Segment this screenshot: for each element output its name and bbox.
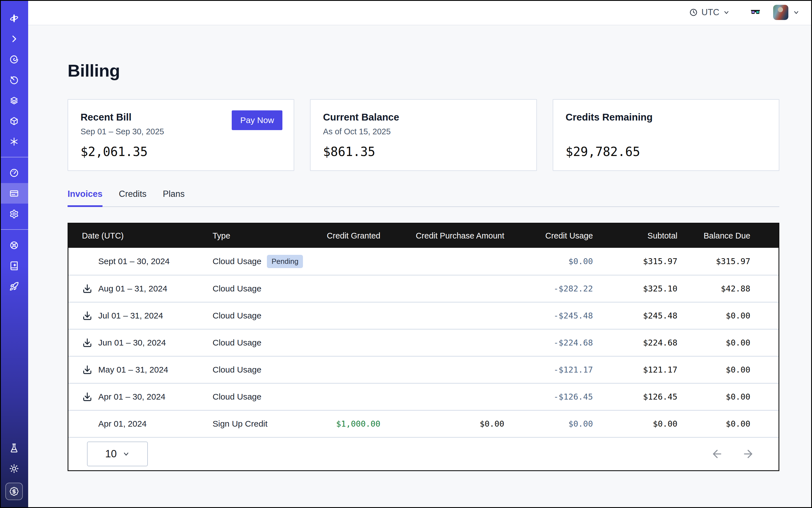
previous-page-button[interactable] — [711, 448, 723, 460]
card-subtitle — [566, 127, 766, 136]
download-invoice-button[interactable] — [82, 391, 93, 402]
subtotal-value: $325.10 — [596, 284, 681, 293]
table-row: May 01 – 31, 2024 Cloud Usage -$121.17 $… — [69, 356, 778, 383]
sidebar-item-book-sparkle[interactable] — [0, 255, 28, 276]
sidebar-item-orbit-logo[interactable] — [0, 8, 28, 29]
sidebar-divider — [0, 157, 28, 158]
date-cell: Sept 01 – 30, 2024 — [69, 256, 209, 267]
summary-cards: Recent Bill Sep 01 – Sep 30, 2025 $2,061… — [68, 99, 779, 171]
sidebar-item-layers[interactable] — [0, 90, 28, 111]
timezone-selector[interactable]: UTC — [689, 7, 730, 17]
sidebar-item-spiral-eye[interactable] — [0, 49, 28, 70]
column-header-date: Date (UTC) — [69, 231, 209, 241]
sidebar-item-cube[interactable] — [0, 111, 28, 131]
balance-due-value: $0.00 — [681, 311, 778, 321]
balance-due-value: $315.97 — [681, 257, 778, 266]
sidebar-item-sun[interactable] — [0, 458, 28, 479]
credit-usage-value: -$282.22 — [508, 284, 596, 293]
page-size-select[interactable]: 10 — [87, 441, 148, 466]
invoice-type: Cloud Usage — [213, 257, 261, 266]
sidebar-item-flask[interactable] — [0, 437, 28, 458]
subtotal-value: $0.00 — [596, 419, 681, 429]
table-row: Apr 01 – 30, 2024 Cloud Usage -$126.45 $… — [69, 383, 778, 410]
recent-bill-card: Recent Bill Sep 01 – Sep 30, 2025 $2,061… — [68, 99, 294, 171]
download-invoice-button — [82, 418, 93, 429]
type-cell: Cloud Usage Pending — [209, 255, 310, 268]
recent-bill-amount: $2,061.35 — [81, 144, 281, 159]
balance-due-value: $0.00 — [681, 419, 778, 429]
sidebar-divider — [0, 229, 28, 230]
table-row: Jul 01 – 31, 2024 Cloud Usage -$245.48 $… — [69, 302, 778, 329]
current-balance-amount: $861.35 — [323, 144, 524, 159]
download-invoice-button[interactable] — [82, 283, 93, 294]
invoice-type: Cloud Usage — [213, 338, 261, 347]
sidebar-item-gauge[interactable] — [0, 163, 28, 183]
page-title: Billing — [68, 60, 779, 81]
pay-now-button[interactable]: Pay Now — [232, 111, 283, 130]
date-cell: Apr 01, 2024 — [69, 418, 209, 429]
next-page-button[interactable] — [742, 448, 754, 460]
sidebar-bottom-items — [0, 437, 28, 479]
invoice-date: Sept 01 – 30, 2024 — [98, 257, 170, 266]
topbar: UTC — [28, 0, 812, 25]
sidebar-item-credit-card[interactable] — [0, 183, 28, 204]
subtotal-value: $245.48 — [596, 311, 681, 321]
date-cell: Jun 01 – 30, 2024 — [69, 337, 209, 348]
chevron-down-icon — [723, 9, 730, 16]
invoice-date: May 01 – 31, 2024 — [98, 365, 168, 375]
sidebar-item-history-clock[interactable] — [0, 70, 28, 90]
invoice-type: Cloud Usage — [213, 365, 261, 375]
sidebar-item-chevron-right[interactable] — [0, 29, 28, 49]
3d-glasses-icon[interactable] — [750, 6, 761, 18]
card-title: Current Balance — [323, 112, 524, 123]
credit-granted-value: $1,000.00 — [310, 419, 384, 429]
sidebar-item-ship-wheel[interactable] — [0, 235, 28, 255]
download-invoice-button — [82, 256, 93, 267]
timezone-label: UTC — [701, 7, 719, 17]
sidebar-item-rocket[interactable] — [0, 276, 28, 297]
sidebar-item-gear[interactable] — [0, 204, 28, 224]
column-header-credit-usage: Credit Usage — [508, 231, 596, 241]
download-invoice-button[interactable] — [82, 310, 93, 321]
credits-remaining-card: Credits Remaining $29,782.65 — [553, 99, 779, 171]
status-badge: Pending — [267, 255, 303, 268]
credit-usage-value: $0.00 — [508, 257, 596, 266]
invoice-date: Jul 01 – 31, 2024 — [98, 311, 163, 321]
type-cell: Cloud Usage — [209, 392, 310, 401]
subtotal-value: $315.97 — [596, 257, 681, 266]
invoice-type: Cloud Usage — [213, 392, 261, 401]
credit-usage-value: -$224.68 — [508, 338, 596, 347]
balance-due-value: $0.00 — [681, 365, 778, 375]
column-header-credit-purchase-amount: Credit Purchase Amount — [384, 231, 508, 241]
credit-usage-value: -$245.48 — [508, 311, 596, 321]
credit-purchase-value: $0.00 — [384, 419, 508, 429]
type-cell: Cloud Usage — [209, 365, 310, 375]
user-menu-chevron-icon[interactable] — [793, 9, 800, 16]
tab-plans[interactable]: Plans — [163, 189, 185, 207]
type-cell: Cloud Usage — [209, 311, 310, 321]
download-invoice-button[interactable] — [82, 365, 93, 375]
avatar[interactable] — [773, 5, 788, 20]
chevron-down-icon — [123, 450, 130, 458]
table-row: Sept 01 – 30, 2024 Cloud Usage Pending $… — [69, 248, 778, 275]
card-title: Credits Remaining — [566, 112, 766, 123]
invoice-type: Cloud Usage — [213, 284, 261, 293]
column-header-subtotal: Subtotal — [596, 231, 681, 241]
sidebar-main-items — [0, 8, 28, 297]
tab-credits[interactable]: Credits — [119, 189, 146, 207]
clock-icon — [689, 8, 698, 16]
invoice-date: Aug 01 – 31, 2024 — [98, 284, 167, 293]
table-header: Date (UTC) Type Credit Granted Credit Pu… — [69, 223, 778, 248]
download-invoice-button[interactable] — [82, 337, 93, 348]
invoice-date: Jun 01 – 30, 2024 — [98, 338, 166, 347]
tab-invoices[interactable]: Invoices — [68, 189, 102, 207]
sidebar — [0, 0, 28, 508]
balance-due-value: $0.00 — [681, 392, 778, 401]
type-cell: Cloud Usage — [209, 338, 310, 347]
credits-badge-button[interactable] — [5, 483, 23, 500]
date-cell: Jul 01 – 31, 2024 — [69, 310, 209, 321]
sidebar-item-asterisk[interactable] — [0, 131, 28, 152]
date-cell: Aug 01 – 31, 2024 — [69, 283, 209, 294]
table-row: Jun 01 – 30, 2024 Cloud Usage -$224.68 $… — [69, 329, 778, 356]
current-balance-card: Current Balance As of Oct 15, 2025 $861.… — [310, 99, 537, 171]
